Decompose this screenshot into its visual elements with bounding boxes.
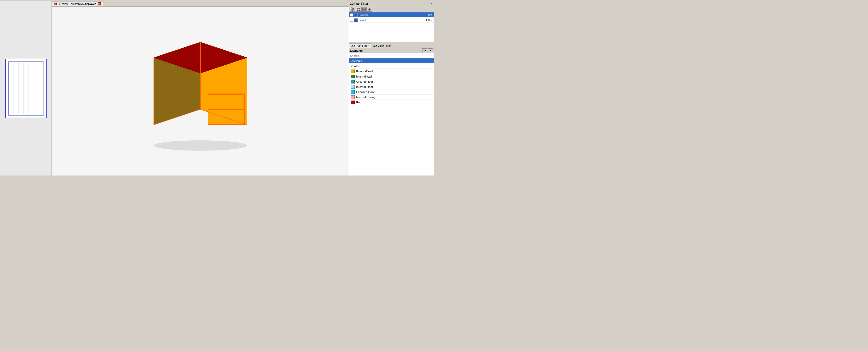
view-canvas[interactable]: [52, 7, 349, 176]
element-roof-name: Roof: [356, 101, 432, 104]
3d-view-tab[interactable]: 3D View - all storeys displayed ✕: [52, 2, 103, 6]
left-panel: [0, 1, 52, 176]
plan-filter-title-text: 2D Plan Filter: [350, 2, 368, 5]
level-row-1[interactable]: Level 1 4.0m: [349, 17, 434, 23]
view-tab-label: 3D View - all storeys displayed: [58, 2, 97, 5]
element-external-wall-name: External Wall: [356, 70, 432, 73]
filter-tool-1[interactable]: [350, 7, 355, 12]
svg-rect-25: [359, 9, 360, 11]
level-0-name: Level 0: [359, 13, 425, 16]
element-exposed-floor-name: Exposed Floor: [356, 91, 432, 94]
svg-rect-27: [364, 8, 366, 9]
svg-rect-19: [353, 8, 354, 9]
svg-rect-20: [351, 9, 352, 11]
main-area: 3D View - all storeys displayed ✕: [0, 1, 434, 176]
level-row-0[interactable]: ✓ Level 0 0.0m: [349, 12, 434, 17]
elements-controls: ⚙ ✕: [422, 48, 433, 53]
elements-filter-panel: 2D Plan Filter 3D View Filter Elements ⚙…: [349, 42, 434, 176]
view-tab-bar: 3D View - all storeys displayed ✕: [52, 1, 349, 7]
filter-tool-4[interactable]: [367, 7, 372, 12]
level-1-name: Level 1: [359, 19, 425, 22]
svg-rect-26: [363, 8, 364, 9]
plan-view-inner: [8, 61, 44, 115]
element-internal-wall-color: [351, 75, 355, 78]
element-ground-floor[interactable]: Ground Floor: [349, 79, 434, 84]
element-default[interactable]: <default>: [349, 59, 434, 64]
tab-2d-label: 2D Plan Filter: [351, 44, 369, 47]
tab-3d-view-filter[interactable]: 3D View Filter: [371, 43, 393, 48]
search-row: [349, 53, 434, 59]
element-roof[interactable]: Roof: [349, 100, 434, 105]
svg-point-8: [154, 140, 247, 151]
element-exposed-floor[interactable]: Exposed Floor: [349, 90, 434, 95]
elements-settings-btn[interactable]: ⚙: [422, 48, 427, 53]
elements-list: <default> <null> External Wall Internal …: [349, 59, 434, 176]
element-internal-ceiling[interactable]: Internal Ceiling: [349, 95, 434, 100]
element-internal-wall[interactable]: Internal Wall: [349, 74, 434, 79]
element-external-wall[interactable]: External Wall: [349, 69, 434, 74]
view-tab-close[interactable]: ✕: [98, 2, 101, 5]
level-1-checkbox[interactable]: [350, 19, 353, 22]
view-tab-icon: [54, 3, 57, 5]
panel-collapse-icon[interactable]: ▲: [431, 2, 433, 5]
filter-tabs: 2D Plan Filter 3D View Filter: [349, 42, 434, 48]
element-internal-wall-name: Internal Wall: [356, 75, 432, 78]
level-0-checkbox[interactable]: ✓: [350, 13, 353, 16]
building-3d-svg: [133, 27, 268, 156]
element-internal-ceiling-name: Internal Ceiling: [356, 96, 432, 99]
tab-2d-plan-filter[interactable]: 2D Plan Filter: [349, 43, 371, 48]
plan-filter-panel: 2D Plan Filter ▲: [349, 1, 434, 42]
element-external-wall-color: [351, 70, 355, 73]
elements-header: Elements ⚙ ✕: [349, 48, 434, 53]
element-internal-floor-name: Internal Floor: [356, 85, 432, 89]
plan-filter-title: 2D Plan Filter ▲: [349, 1, 434, 6]
plan-filter-toolbar: [349, 6, 434, 12]
elements-search-input[interactable]: [350, 54, 433, 58]
plan-grid-svg: [8, 62, 44, 115]
filter-tool-2[interactable]: [356, 7, 361, 12]
element-exposed-floor-color: [351, 90, 355, 94]
element-ground-floor-color: [351, 80, 355, 83]
level-1-color: [354, 19, 358, 22]
svg-rect-29: [364, 9, 366, 11]
right-panel: 2D Plan Filter ▲: [349, 1, 434, 176]
level-0-color: [354, 13, 358, 17]
element-internal-ceiling-color: [351, 95, 355, 99]
svg-rect-23: [359, 8, 360, 9]
element-internal-floor-color: [351, 85, 355, 89]
elements-close-btn[interactable]: ✕: [428, 48, 433, 53]
svg-rect-21: [353, 9, 354, 11]
element-ground-floor-name: Ground Floor: [356, 80, 432, 83]
plan-view-container[interactable]: [5, 59, 46, 118]
svg-rect-22: [357, 8, 358, 9]
svg-rect-18: [351, 8, 352, 9]
tab-3d-label: 3D View Filter: [373, 44, 391, 47]
levels-list: ✓ Level 0 0.0m Level 1 4.0m: [349, 12, 434, 42]
element-roof-color: [351, 101, 355, 104]
level-0-value: 0.0m: [426, 13, 433, 16]
element-internal-floor[interactable]: Internal Floor: [349, 84, 434, 90]
element-null-name: <null>: [351, 65, 432, 68]
svg-rect-28: [363, 9, 364, 11]
svg-rect-6: [8, 62, 44, 115]
element-default-name: <default>: [351, 60, 432, 63]
element-null[interactable]: <null>: [349, 64, 434, 69]
svg-rect-24: [357, 9, 358, 11]
filter-tool-3[interactable]: [362, 7, 367, 12]
center-panel: 3D View - all storeys displayed ✕: [52, 1, 349, 176]
level-1-value: 4.0m: [426, 19, 433, 22]
elements-title: Elements: [350, 49, 363, 52]
